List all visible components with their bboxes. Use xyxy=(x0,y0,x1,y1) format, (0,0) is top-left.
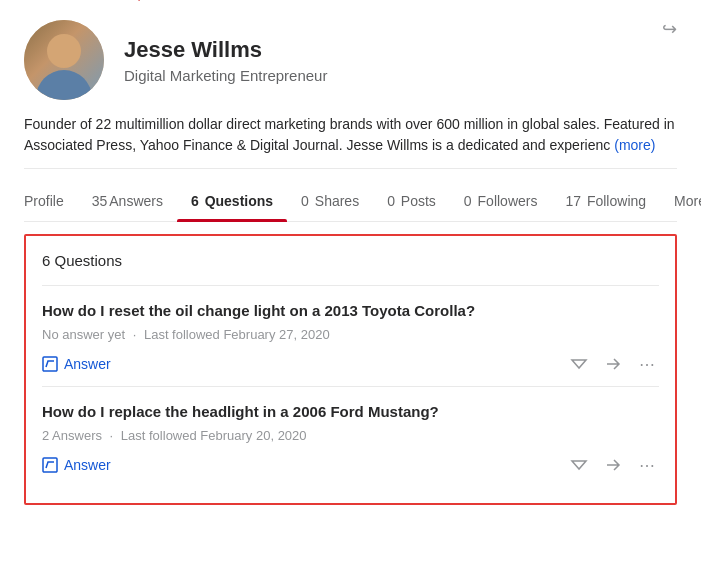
share-question-icon-1[interactable] xyxy=(601,352,625,376)
svg-rect-1 xyxy=(43,357,57,371)
edit-icon-1 xyxy=(42,356,58,372)
profile-title: Digital Marketing Entrepreneur xyxy=(124,67,677,84)
profile-info: Jesse Willms Digital Marketing Entrepren… xyxy=(124,37,677,84)
question-item-1: How do I reset the oil change light on a… xyxy=(42,285,659,386)
section-title: 6 Questions xyxy=(42,252,659,269)
question-meta-followed-2: Last followed February 20, 2020 xyxy=(121,428,307,443)
more-options-icon-2[interactable]: ⋯ xyxy=(635,453,659,477)
more-options-icon-1[interactable]: ⋯ xyxy=(635,352,659,376)
profile-section: ↪ Jesse Willms Digital Marketing Entrepr… xyxy=(0,0,701,181)
question-actions-1: Answer ⋯ xyxy=(42,352,659,376)
tab-profile[interactable]: Profile xyxy=(24,181,78,221)
tab-answers-count: 35 xyxy=(92,193,108,209)
question-actions-2: Answer ⋯ xyxy=(42,453,659,477)
tab-more[interactable]: More ⌄ xyxy=(660,181,701,221)
annotation-arrow xyxy=(60,0,180,7)
more-link[interactable]: (more) xyxy=(614,137,655,153)
tab-followers[interactable]: 0 Followers xyxy=(450,181,552,221)
questions-content: 6 Questions How do I reset the oil chang… xyxy=(24,234,677,505)
answer-button-2[interactable]: Answer xyxy=(42,457,111,473)
action-icons-1: ⋯ xyxy=(567,352,659,376)
question-meta-followed-1: Last followed February 27, 2020 xyxy=(144,327,330,342)
tab-following-count: 17 xyxy=(565,193,581,209)
svg-rect-3 xyxy=(43,458,57,472)
tab-posts-label: Posts xyxy=(401,193,436,209)
tab-questions-count: 6 xyxy=(191,193,199,209)
question-title-1[interactable]: How do I reset the oil change light on a… xyxy=(42,300,659,321)
share-icon[interactable]: ↪ xyxy=(662,18,677,40)
avatar xyxy=(24,20,104,100)
question-meta-answers-1: No answer yet xyxy=(42,327,125,342)
tab-profile-label: Profile xyxy=(24,193,64,209)
tab-posts[interactable]: 0 Posts xyxy=(373,181,450,221)
svg-marker-4 xyxy=(572,461,586,469)
tab-posts-count: 0 xyxy=(387,193,395,209)
question-title-2[interactable]: How do I replace the headlight in a 2006… xyxy=(42,401,659,422)
tab-more-label: More xyxy=(674,193,701,209)
question-meta-answers-2: 2 Answers xyxy=(42,428,102,443)
tab-shares-label: Shares xyxy=(315,193,359,209)
downvote-icon-2[interactable] xyxy=(567,453,591,477)
profile-bio: Founder of 22 multimillion dollar direct… xyxy=(24,114,677,156)
tab-answers-label: Answers xyxy=(109,193,163,209)
answer-label-1: Answer xyxy=(64,356,111,372)
share-question-icon-2[interactable] xyxy=(601,453,625,477)
question-meta-2: 2 Answers · Last followed February 20, 2… xyxy=(42,428,659,443)
tab-shares[interactable]: 0 Shares xyxy=(287,181,373,221)
tab-following-label: Following xyxy=(587,193,646,209)
tab-shares-count: 0 xyxy=(301,193,309,209)
tabs-section: Profile 35Answers 6 Questions 0 Shares 0… xyxy=(0,181,701,222)
profile-name: Jesse Willms xyxy=(124,37,677,63)
question-meta-1: No answer yet · Last followed February 2… xyxy=(42,327,659,342)
tab-answers[interactable]: 35Answers xyxy=(78,181,177,221)
tab-questions-label: Questions xyxy=(205,193,273,209)
tab-following[interactable]: 17 Following xyxy=(551,181,660,221)
profile-header: Jesse Willms Digital Marketing Entrepren… xyxy=(24,20,677,100)
tab-followers-count: 0 xyxy=(464,193,472,209)
question-item-2: How do I replace the headlight in a 2006… xyxy=(42,386,659,487)
bio-text: Founder of 22 multimillion dollar direct… xyxy=(24,116,675,153)
downvote-icon-1[interactable] xyxy=(567,352,591,376)
tab-followers-label: Followers xyxy=(478,193,538,209)
action-icons-2: ⋯ xyxy=(567,453,659,477)
tabs-nav: Profile 35Answers 6 Questions 0 Shares 0… xyxy=(24,181,677,222)
divider xyxy=(24,168,677,169)
tab-questions[interactable]: 6 Questions xyxy=(177,181,287,221)
answer-button-1[interactable]: Answer xyxy=(42,356,111,372)
answer-label-2: Answer xyxy=(64,457,111,473)
edit-icon-2 xyxy=(42,457,58,473)
svg-marker-2 xyxy=(572,360,586,368)
